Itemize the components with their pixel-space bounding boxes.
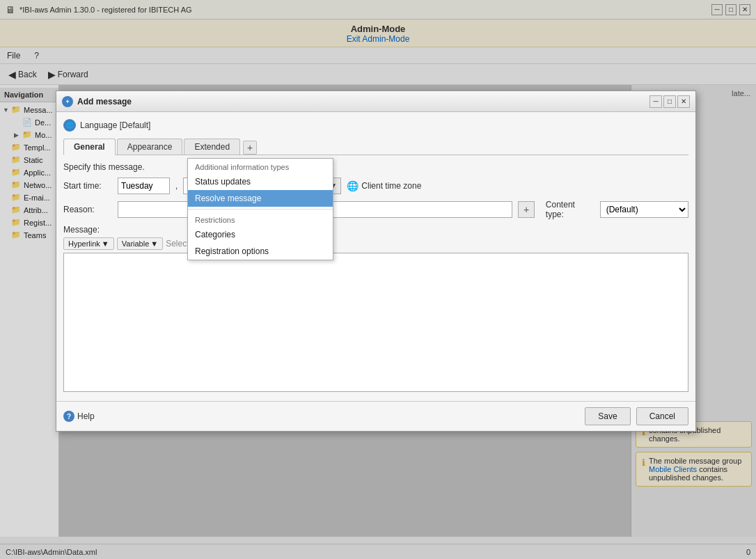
- globe-small-icon: 🌐: [347, 180, 359, 191]
- message-toolbar: Hyperlink ▼ Variable ▼ Select existing t…: [63, 237, 688, 250]
- dialog-footer: ? Help Save Cancel: [56, 401, 695, 431]
- dropdown-item-resolve-message[interactable]: Resolve message: [188, 190, 333, 207]
- variable-button[interactable]: Variable ▼: [117, 237, 163, 250]
- tab-extended[interactable]: Extended: [184, 139, 240, 155]
- start-time-row: Start time: , 📅 ▼ 🌐 Client time zone: [63, 178, 688, 194]
- hyperlink-button[interactable]: Hyperlink ▼: [63, 237, 114, 250]
- save-button[interactable]: Save: [585, 407, 630, 425]
- dialog-maximize-button[interactable]: □: [663, 95, 676, 108]
- start-day-input[interactable]: [118, 178, 170, 194]
- dropdown-section-1-header: Additional information types: [188, 159, 333, 173]
- comma-separator: ,: [175, 181, 178, 191]
- dialog-overlay: + Add message ─ □ ✕ 🌐 Language [Default]…: [0, 0, 756, 559]
- add-message-dialog: + Add message ─ □ ✕ 🌐 Language [Default]…: [56, 90, 696, 432]
- cancel-button[interactable]: Cancel: [636, 407, 688, 425]
- start-time-label: Start time:: [63, 181, 112, 191]
- specify-text: Specify this message.: [63, 162, 688, 172]
- message-label: Message:: [63, 225, 688, 235]
- dialog-minimize-button[interactable]: ─: [649, 95, 662, 108]
- variable-dropdown-arrow: ▼: [150, 239, 158, 248]
- message-textarea[interactable]: [63, 253, 688, 392]
- help-icon: ?: [63, 411, 74, 422]
- hyperlink-dropdown-arrow: ▼: [102, 239, 109, 248]
- dropdown-item-status-updates[interactable]: Status updates: [188, 173, 333, 190]
- tab-general[interactable]: General: [63, 139, 116, 155]
- dropdown-divider: [188, 209, 333, 210]
- help-area[interactable]: ? Help: [63, 411, 95, 422]
- tabs-container: General Appearance Extended + Additional…: [63, 139, 688, 155]
- variable-label: Variable: [122, 239, 150, 248]
- content-type-label: Content type:: [546, 200, 594, 219]
- language-label: Language [Default]: [80, 120, 150, 130]
- dropdown-item-registration-options[interactable]: Registration options: [188, 243, 333, 260]
- dialog-content: 🌐 Language [Default] General Appearance …: [56, 112, 695, 401]
- globe-icon: 🌐: [63, 119, 76, 132]
- client-time-zone-label: Client time zone: [361, 181, 421, 191]
- help-label: Help: [77, 411, 95, 421]
- timezone-area: 🌐 Client time zone: [347, 180, 421, 191]
- hyperlink-label: Hyperlink: [68, 239, 100, 248]
- language-selector: 🌐 Language [Default]: [63, 119, 688, 132]
- dialog-title-bar: + Add message ─ □ ✕: [56, 91, 695, 112]
- reason-label: Reason:: [63, 205, 112, 214]
- add-tab-button[interactable]: +: [243, 141, 257, 155]
- dialog-title-text: Add message: [77, 97, 132, 107]
- additional-info-dropdown: Additional information types Status upda…: [187, 158, 333, 260]
- dropdown-item-categories[interactable]: Categories: [188, 226, 333, 243]
- dialog-title-left: + Add message: [62, 96, 132, 107]
- dropdown-section-2-header: Restrictions: [188, 212, 333, 226]
- content-type-select[interactable]: (Default): [600, 201, 688, 218]
- dialog-close-button[interactable]: ✕: [677, 95, 690, 108]
- reason-row: Reason: + Content type: (Default): [63, 200, 688, 219]
- dialog-controls: ─ □ ✕: [649, 95, 690, 108]
- tab-bar: General Appearance Extended +: [63, 139, 688, 155]
- dialog-title-icon: +: [62, 96, 73, 107]
- tab-appearance[interactable]: Appearance: [117, 139, 183, 155]
- reason-add-button[interactable]: +: [518, 201, 535, 218]
